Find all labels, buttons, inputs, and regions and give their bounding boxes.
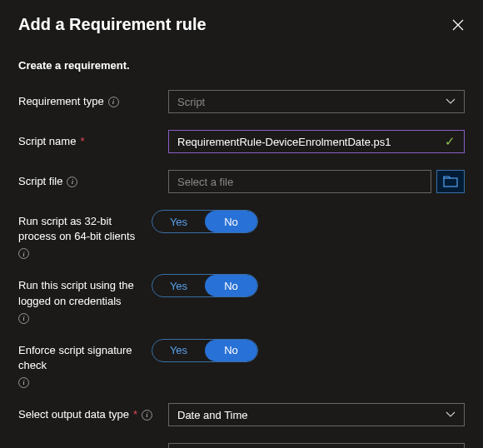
- runlogged-toggle[interactable]: Yes No: [152, 274, 258, 297]
- info-icon[interactable]: i: [67, 177, 77, 187]
- script-file-label: Script file: [18, 174, 62, 189]
- script-name-input[interactable]: RequirementRule-DeviceEnrolmentDate.ps1 …: [168, 130, 465, 153]
- folder-icon: [443, 176, 458, 187]
- script-name-label: Script name: [18, 134, 76, 149]
- script-name-value: RequirementRule-DeviceEnrolmentDate.ps1: [177, 136, 391, 148]
- runlogged-label: Run this script using the logged on cred…: [18, 278, 152, 308]
- subtitle: Create a requirement.: [18, 59, 465, 72]
- req-type-value: Script: [177, 96, 205, 108]
- enforcesig-toggle[interactable]: Yes No: [152, 339, 258, 362]
- info-icon[interactable]: i: [18, 377, 29, 388]
- enforcesig-no[interactable]: No: [205, 340, 257, 361]
- run32-label: Run script as 32-bit process on 64-bit c…: [18, 214, 152, 244]
- browse-file-button[interactable]: [436, 170, 465, 193]
- outputtype-label: Select output data type: [18, 407, 129, 422]
- req-type-label: Requirement type: [18, 94, 104, 109]
- run32-yes[interactable]: Yes: [152, 211, 205, 232]
- chevron-down-icon: [446, 98, 456, 105]
- checkmark-icon: ✓: [445, 134, 456, 149]
- req-type-select[interactable]: Script: [168, 90, 465, 113]
- chevron-down-icon: [446, 411, 456, 418]
- run32-toggle[interactable]: Yes No: [152, 210, 258, 233]
- script-file-placeholder: Select a file: [177, 176, 233, 188]
- info-icon[interactable]: i: [142, 410, 152, 421]
- info-icon[interactable]: i: [18, 313, 29, 324]
- close-icon: [452, 19, 464, 31]
- required-star: *: [133, 407, 137, 422]
- svg-rect-0: [444, 178, 457, 187]
- runlogged-yes[interactable]: Yes: [152, 275, 205, 296]
- run32-no[interactable]: No: [205, 211, 257, 232]
- close-button[interactable]: [451, 18, 465, 32]
- outputtype-select[interactable]: Date and Time: [168, 403, 465, 426]
- operator-select[interactable]: Greater than or equal to: [168, 443, 465, 448]
- script-file-input[interactable]: Select a file: [168, 170, 431, 193]
- outputtype-value: Date and Time: [177, 409, 248, 421]
- runlogged-no[interactable]: No: [205, 275, 257, 296]
- enforcesig-label: Enforce script signature check: [18, 343, 152, 373]
- info-icon[interactable]: i: [18, 248, 29, 259]
- enforcesig-yes[interactable]: Yes: [152, 340, 205, 361]
- page-title: Add a Requirement rule: [18, 15, 207, 34]
- required-star: *: [80, 134, 84, 149]
- info-icon[interactable]: i: [108, 97, 119, 107]
